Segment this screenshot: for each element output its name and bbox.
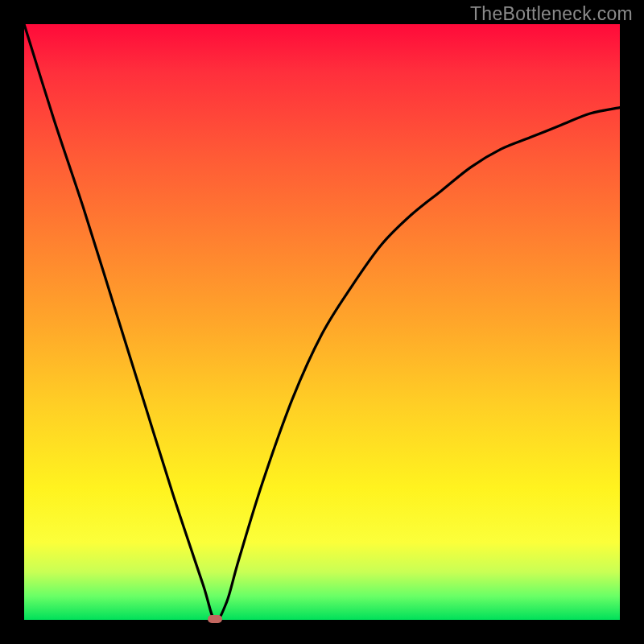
plot-area — [24, 24, 620, 620]
bottleneck-curve — [24, 24, 620, 620]
chart-frame: TheBottleneck.com — [0, 0, 644, 644]
curve-path — [24, 24, 620, 621]
min-marker — [208, 615, 222, 623]
watermark-text: TheBottleneck.com — [470, 3, 633, 25]
